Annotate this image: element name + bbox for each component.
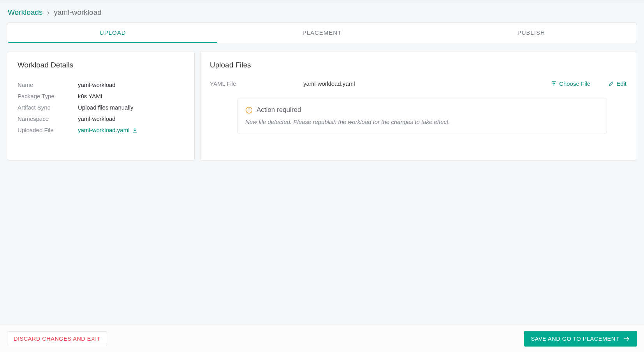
detail-row-artifact-sync: Artifact Sync Upload files manually <box>18 103 185 112</box>
uploaded-file-name: yaml-workload.yaml <box>78 126 130 135</box>
yaml-file-row: YAML File yaml-workload.yaml Choose File <box>210 80 626 87</box>
detail-value-namespace: yaml-workload <box>78 114 116 124</box>
tab-publish[interactable]: PUBLISH <box>427 23 636 43</box>
detail-row-name: Name yaml-workload <box>18 80 185 90</box>
action-required-alert: Action required New file detected. Pleas… <box>237 99 607 133</box>
edit-label: Edit <box>616 80 626 87</box>
tab-bar: UPLOAD PLACEMENT PUBLISH <box>8 22 636 43</box>
yaml-file-label: YAML File <box>210 80 303 87</box>
detail-value-name: yaml-workload <box>78 80 116 90</box>
detail-row-uploaded-file: Uploaded File yaml-workload.yaml <box>18 126 185 135</box>
choose-file-label: Choose File <box>559 80 590 87</box>
tab-upload[interactable]: UPLOAD <box>8 23 217 43</box>
footer-action-bar: DISCARD CHANGES AND EXIT SAVE AND GO TO … <box>0 325 644 352</box>
upload-icon <box>551 81 557 87</box>
upload-files-card: Upload Files YAML File yaml-workload.yam… <box>200 51 636 161</box>
edit-button[interactable]: Edit <box>608 80 626 87</box>
breadcrumb-current: yaml-workload <box>54 8 101 16</box>
save-button[interactable]: SAVE AND GO TO PLACEMENT <box>524 331 637 347</box>
workload-details-title: Workload Details <box>18 61 185 69</box>
download-icon <box>132 127 138 133</box>
warning-icon <box>245 106 253 114</box>
detail-value-artifact-sync: Upload files manually <box>78 103 134 112</box>
detail-value-package-type: k8s YAML <box>78 92 104 101</box>
discard-button[interactable]: DISCARD CHANGES AND EXIT <box>7 331 107 346</box>
save-button-label: SAVE AND GO TO PLACEMENT <box>531 336 619 342</box>
workload-details-card: Workload Details Name yaml-workload Pack… <box>8 51 195 161</box>
detail-row-package-type: Package Type k8s YAML <box>18 92 185 101</box>
choose-file-button[interactable]: Choose File <box>551 80 590 87</box>
detail-label-package-type: Package Type <box>18 92 78 101</box>
detail-label-name: Name <box>18 80 78 90</box>
uploaded-file-link[interactable]: yaml-workload.yaml <box>78 126 138 135</box>
pencil-icon <box>608 81 614 87</box>
breadcrumb-root-link[interactable]: Workloads <box>8 8 42 16</box>
breadcrumb-separator: › <box>47 8 49 16</box>
detail-label-uploaded-file: Uploaded File <box>18 126 78 135</box>
upload-files-title: Upload Files <box>210 61 626 69</box>
tab-placement[interactable]: PLACEMENT <box>217 23 426 43</box>
detail-label-artifact-sync: Artifact Sync <box>18 103 78 112</box>
arrow-right-icon <box>623 335 630 342</box>
svg-point-4 <box>249 111 250 112</box>
breadcrumb: Workloads › yaml-workload <box>8 8 636 17</box>
alert-title: Action required <box>257 106 301 114</box>
alert-message: New file detected. Please republish the … <box>245 119 599 125</box>
yaml-file-name: yaml-workload.yaml <box>303 80 551 87</box>
detail-row-namespace: Namespace yaml-workload <box>18 114 185 124</box>
detail-label-namespace: Namespace <box>18 114 78 124</box>
